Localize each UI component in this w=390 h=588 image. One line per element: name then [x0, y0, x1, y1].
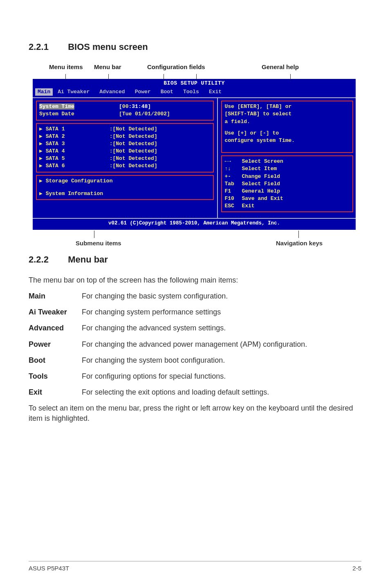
section-number: 2.2.1: [29, 41, 65, 54]
sata-6[interactable]: ▶ SATA 6 :[Not Detected]: [39, 162, 211, 170]
bios-tab-exit[interactable]: Exit: [204, 88, 226, 96]
triangle-icon: ▶: [39, 148, 43, 154]
bios-tab-tools[interactable]: Tools: [178, 88, 204, 96]
term: Tools: [29, 371, 82, 382]
triangle-icon: ▶: [39, 133, 43, 139]
bios-footer: v02.61 (C)Copyright 1985-2010, American …: [33, 219, 356, 230]
nav-select-item: ↑↓Select Item: [224, 165, 350, 173]
annot-menu-bar: Menu bar: [94, 63, 121, 71]
desc-row-ai-tweaker: Ai Tweaker For changing system performan…: [29, 307, 361, 317]
bios-nav-box: ←→Select Screen ↑↓Select Item +-Change F…: [221, 155, 353, 212]
bios-help-box: Use [ENTER], [TAB] or [SHIFT-TAB] to sel…: [221, 101, 353, 153]
term: Advanced: [29, 323, 82, 333]
def: For changing the advanced power manageme…: [82, 339, 361, 350]
def: For configuring options for special func…: [82, 371, 361, 382]
triangle-icon: ▶: [39, 163, 43, 169]
bios-tab-ai-tweaker[interactable]: Ai Tweaker: [53, 88, 94, 96]
bios-screen: BIOS SETUP UTILITY Main Ai Tweaker Advan…: [33, 79, 356, 230]
help-line: Use [+] or [-] to: [224, 130, 350, 137]
term: Power: [29, 339, 82, 350]
def: For changing the basic system configurat…: [82, 291, 361, 301]
desc-row-exit: Exit For selecting the exit options and …: [29, 387, 361, 397]
annot-general-help: General help: [262, 63, 299, 71]
bios-annotation-bottom: Submenu items Navigation keys: [33, 231, 361, 251]
bios-sata-box: ▶ SATA 1 :[Not Detected] ▶ SATA 2 :[Not …: [36, 123, 214, 173]
desc-row-main: Main For changing the basic system confi…: [29, 291, 361, 301]
system-information[interactable]: ▶ System Information: [39, 190, 211, 197]
term: Exit: [29, 387, 82, 397]
triangle-icon: ▶: [39, 141, 43, 147]
desc-row-tools: Tools For configuring options for specia…: [29, 371, 361, 382]
help-line: [SHIFT-TAB] to select: [224, 110, 350, 118]
section-222-intro: The menu bar on top of the screen has th…: [29, 275, 361, 285]
footer-right: 2-5: [352, 564, 361, 572]
system-date-row[interactable]: System Date [Tue 01/01/2002]: [39, 110, 211, 118]
sata-3[interactable]: ▶ SATA 3 :[Not Detected]: [39, 140, 211, 148]
sata-5[interactable]: ▶ SATA 5 :[Not Detected]: [39, 155, 211, 162]
nav-select-field: TabSelect Field: [224, 180, 350, 188]
desc-row-boot: Boot For changing the system boot config…: [29, 355, 361, 366]
help-line: configure system Time.: [224, 137, 350, 144]
desc-row-advanced: Advanced For changing the advanced syste…: [29, 323, 361, 333]
system-time-row[interactable]: System Time [00:31:48]: [39, 103, 211, 110]
sata-4[interactable]: ▶ SATA 4 :[Not Detected]: [39, 148, 211, 155]
section-title-text: BIOS menu screen: [68, 42, 148, 52]
triangle-icon: ▶: [39, 155, 43, 162]
term: Boot: [29, 355, 82, 366]
def: For changing the advanced system setting…: [82, 323, 361, 333]
def: For changing system performance settings: [82, 307, 361, 317]
annot-config-fields: Configuration fields: [147, 63, 205, 71]
bios-tab-advanced[interactable]: Advanced: [94, 88, 130, 96]
nav-exit: ESCExit: [224, 202, 350, 210]
def: For changing the system boot configurati…: [82, 355, 361, 366]
section-number: 2.2.2: [29, 254, 65, 266]
triangle-icon: ▶: [39, 191, 43, 197]
nav-change-field: +-Change Field: [224, 173, 350, 180]
bios-tab-boot[interactable]: Boot: [156, 88, 178, 96]
help-line: a field.: [224, 118, 350, 126]
nav-save-exit: F10Save and Exit: [224, 195, 350, 202]
section-title-text: Menu bar: [68, 254, 108, 265]
menu-bar-description-table: Main For changing the basic system confi…: [29, 291, 361, 397]
triangle-icon: ▶: [39, 178, 43, 184]
page-footer: ASUS P5P43T 2-5: [29, 561, 361, 572]
bios-title: BIOS SETUP UTILITY: [33, 79, 356, 88]
nav-select-screen: ←→Select Screen: [224, 158, 350, 165]
bios-left-pane: System Time [00:31:48] System Date [Tue …: [33, 98, 217, 218]
def: For selecting the exit options and loadi…: [82, 387, 361, 397]
bios-tab-power[interactable]: Power: [130, 88, 156, 96]
bios-time-date-box: System Time [00:31:48] System Date [Tue …: [36, 101, 214, 120]
sata-2[interactable]: ▶ SATA 2 :[Not Detected]: [39, 133, 211, 140]
desc-row-power: Power For changing the advanced power ma…: [29, 339, 361, 350]
section-2-2-2-heading: 2.2.2 Menu bar: [29, 254, 361, 266]
bios-submenu-box: ▶ Storage Configuration ▶ System Informa…: [36, 175, 214, 200]
term: Ai Tweaker: [29, 307, 82, 317]
section-2-2-1-heading: 2.2.1 BIOS menu screen: [29, 41, 361, 54]
bios-menubar: Main Ai Tweaker Advanced Power Boot Tool…: [33, 88, 356, 97]
triangle-icon: ▶: [39, 126, 43, 132]
bios-annotation-top: Menu items Menu bar Configuration fields…: [33, 63, 357, 79]
section-222-outro: To select an item on the menu bar, press…: [29, 403, 361, 424]
annot-menu-items: Menu items: [49, 63, 83, 71]
bios-tab-main[interactable]: Main: [35, 88, 53, 96]
bios-right-pane: Use [ENTER], [TAB] or [SHIFT-TAB] to sel…: [217, 98, 356, 218]
annot-navkeys: Navigation keys: [276, 239, 323, 247]
term: Main: [29, 291, 82, 301]
nav-general-help: F1General Help: [224, 188, 350, 195]
footer-left: ASUS P5P43T: [29, 564, 69, 572]
help-line: Use [ENTER], [TAB] or: [224, 103, 350, 110]
sata-1[interactable]: ▶ SATA 1 :[Not Detected]: [39, 126, 211, 133]
storage-configuration[interactable]: ▶ Storage Configuration: [39, 177, 211, 185]
annot-submenu: Submenu items: [76, 239, 121, 247]
